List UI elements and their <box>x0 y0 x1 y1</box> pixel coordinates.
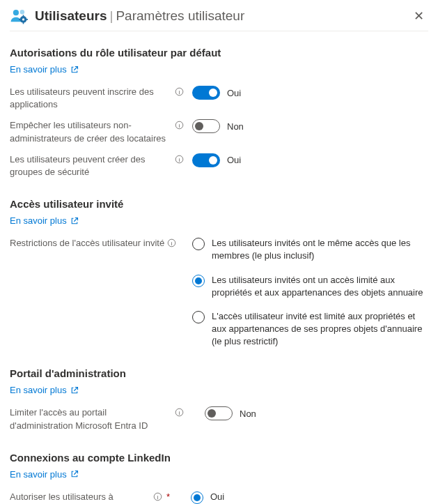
close-button[interactable]: ✕ <box>409 8 428 24</box>
svg-point-1 <box>20 10 25 15</box>
learn-more-link[interactable]: En savoir plus <box>10 64 79 75</box>
radio-linkedin-yes[interactable]: Oui <box>191 491 428 504</box>
svg-text:i: i <box>179 410 180 416</box>
section-title: Autorisations du rôle utilisateur par dé… <box>10 47 428 59</box>
radio-icon <box>191 491 203 504</box>
learn-more-label: En savoir plus <box>10 469 67 480</box>
learn-more-link[interactable]: En savoir plus <box>10 385 79 395</box>
row-guest-restrictions: Restrictions de l'accès utilisateur invi… <box>10 233 428 352</box>
row-security-groups: Les utilisateurs peuvent créer des group… <box>10 149 428 183</box>
svg-text:i: i <box>179 89 180 96</box>
svg-text:i: i <box>179 123 180 129</box>
info-icon[interactable]: i <box>167 238 176 247</box>
row-label: Restrictions de l'accès utilisateur invi… <box>10 237 164 250</box>
info-icon[interactable]: i <box>175 408 184 417</box>
toggle-state-label: Oui <box>227 88 241 98</box>
radio-icon <box>192 275 205 287</box>
external-link-icon <box>70 217 79 225</box>
page-header: Utilisateurs|Paramètres utilisateur ✕ <box>10 7 428 31</box>
section-title: Portail d'administration <box>10 367 428 379</box>
row-label: Autoriser les utilisateurs à connecter l… <box>10 491 150 504</box>
toggle-admin-portal[interactable] <box>205 406 233 420</box>
section-default-role: Autorisations du rôle utilisateur par dé… <box>10 47 428 183</box>
toggle-prevent-tenant[interactable] <box>192 119 220 133</box>
svg-text:i: i <box>171 240 173 247</box>
radio-guest-same-access[interactable]: Les utilisateurs invités ont le même acc… <box>192 237 428 262</box>
section-linkedin: Connexions au compte LinkedIn En savoir … <box>10 452 428 504</box>
users-gear-icon <box>10 7 28 25</box>
page-title: Utilisateurs|Paramètres utilisateur <box>35 8 244 24</box>
section-title: Accès utilisateur invité <box>10 198 428 210</box>
svg-rect-4 <box>23 15 24 16</box>
row-admin-portal-restrict: Limiter l'accès au portail d'administrat… <box>10 402 428 436</box>
section-guest-access: Accès utilisateur invité En savoir plus … <box>10 198 428 352</box>
svg-rect-5 <box>23 22 24 24</box>
row-linkedin-connect: Autoriser les utilisateurs à connecter l… <box>10 487 428 504</box>
section-title: Connexions au compte LinkedIn <box>10 452 428 464</box>
svg-text:i: i <box>157 494 159 501</box>
svg-point-0 <box>13 10 19 15</box>
toggle-state-label: Oui <box>227 155 241 165</box>
info-icon[interactable]: i <box>175 121 184 130</box>
toggle-state-label: Non <box>240 408 256 419</box>
info-icon[interactable]: i <box>175 155 184 164</box>
svg-rect-6 <box>19 19 20 20</box>
svg-rect-7 <box>26 19 28 20</box>
learn-more-label: En savoir plus <box>10 64 67 75</box>
radio-label: Oui <box>210 491 224 503</box>
external-link-icon <box>70 470 79 478</box>
radio-label: Les utilisateurs invités ont le même acc… <box>212 237 428 262</box>
external-link-icon <box>70 66 79 74</box>
learn-more-link[interactable]: En savoir plus <box>10 215 79 226</box>
learn-more-label: En savoir plus <box>10 215 67 226</box>
svg-text:i: i <box>179 157 180 163</box>
radio-label: Les utilisateurs invités ont un accès li… <box>212 274 428 299</box>
row-label: Limiter l'accès au portail d'administrat… <box>10 406 172 432</box>
row-label: Les utilisateurs peuvent inscrire des ap… <box>10 86 172 111</box>
radio-icon <box>192 238 205 250</box>
radio-guest-own-only[interactable]: L'accès utilisateur invité est limité au… <box>192 310 428 349</box>
toggle-security-groups[interactable] <box>192 153 220 167</box>
svg-point-3 <box>22 18 24 20</box>
info-icon[interactable]: i <box>175 87 184 96</box>
external-link-icon <box>70 386 79 395</box>
learn-more-label: En savoir plus <box>10 385 67 395</box>
row-label: Empêcher les utilisateurs non-administra… <box>10 119 172 144</box>
toggle-register-apps[interactable] <box>192 86 220 100</box>
section-admin-portal: Portail d'administration En savoir plus … <box>10 367 428 436</box>
radio-icon <box>192 311 205 323</box>
required-asterisk: * <box>166 491 170 503</box>
row-register-apps: Les utilisateurs peuvent inscrire des ap… <box>10 82 428 115</box>
row-prevent-tenant: Empêcher les utilisateurs non-administra… <box>10 115 428 148</box>
radio-label: L'accès utilisateur invité est limité au… <box>212 310 428 349</box>
radio-guest-limited[interactable]: Les utilisateurs invités ont un accès li… <box>192 274 428 299</box>
row-label: Les utilisateurs peuvent créer des group… <box>10 153 172 178</box>
info-icon[interactable]: i <box>153 492 162 501</box>
learn-more-link[interactable]: En savoir plus <box>10 469 79 480</box>
toggle-state-label: Non <box>227 121 244 132</box>
